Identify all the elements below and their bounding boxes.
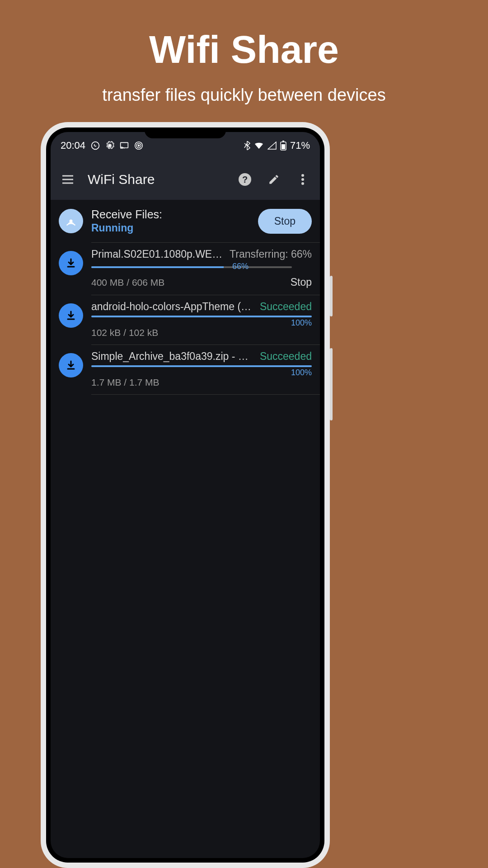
progress-bar — [91, 316, 312, 317]
app-screen: 20:04 — [51, 132, 320, 858]
progress-bar — [91, 266, 292, 268]
svg-point-17 — [70, 220, 72, 222]
phone-side-button — [330, 348, 333, 420]
promo-subtitle: transfer files quickly between devices — [0, 85, 488, 105]
wifi-icon — [254, 142, 264, 150]
svg-point-0 — [92, 142, 99, 150]
download-icon — [59, 251, 83, 275]
download-icon — [59, 303, 83, 328]
whatsapp-icon — [91, 141, 100, 150]
progress-percent: 100% — [291, 368, 312, 377]
svg-point-3 — [138, 145, 139, 146]
transfer-status: Succeeded — [260, 350, 312, 363]
phone-side-button — [330, 276, 333, 316]
signal-icon — [267, 142, 277, 150]
edit-icon[interactable] — [265, 170, 283, 189]
transfer-size: 400 MB / 606 MB — [91, 277, 164, 288]
promo-title: Wifi Share — [0, 27, 488, 72]
bluetooth-icon — [244, 141, 250, 150]
svg-point-16 — [301, 182, 304, 185]
transfer-item[interactable]: Simple_Archive_ba3f0a39.zip - Samsu… Suc… — [51, 345, 320, 394]
status-battery-pct: 71% — [290, 140, 310, 151]
svg-rect-7 — [282, 144, 285, 149]
svg-point-14 — [301, 174, 304, 177]
svg-rect-8 — [282, 141, 284, 142]
stop-button[interactable]: Stop — [258, 209, 312, 234]
progress-percent: 66% — [232, 262, 249, 271]
app-title: WiFi Share — [88, 172, 225, 187]
phone-frame: 20:04 — [41, 122, 330, 868]
receive-label: Receive Files: — [91, 208, 250, 221]
app-bar: WiFi Share ? — [51, 159, 320, 200]
phone-notch — [145, 127, 226, 138]
transfer-filename: Primal.S02E01.1080p.WEBRip.x… — [91, 248, 225, 260]
gear-icon — [105, 141, 114, 150]
svg-point-1 — [109, 145, 111, 147]
receive-files-row: Receive Files: Running Stop — [51, 200, 320, 242]
transfer-status: Transferring: 66% — [230, 248, 312, 260]
svg-point-15 — [301, 178, 304, 181]
status-time: 20:04 — [61, 140, 85, 151]
transfer-filename: Simple_Archive_ba3f0a39.zip - Samsu… — [91, 350, 255, 363]
transfer-size: 1.7 MB / 1.7 MB — [91, 377, 160, 388]
svg-text:?: ? — [242, 175, 248, 184]
download-icon — [59, 353, 83, 377]
receive-status: Running — [91, 222, 250, 234]
hotspot-icon — [59, 209, 83, 233]
help-icon[interactable]: ? — [236, 170, 254, 189]
progress-percent: 100% — [291, 318, 312, 328]
transfer-status: Succeeded — [260, 301, 312, 313]
hotspot-icon — [134, 141, 143, 150]
transfer-item[interactable]: Primal.S02E01.1080p.WEBRip.x… Transferri… — [51, 243, 320, 295]
cast-icon — [120, 142, 129, 150]
progress-bar — [91, 365, 312, 367]
battery-icon — [280, 141, 286, 151]
menu-icon[interactable] — [59, 170, 77, 189]
transfer-filename: android-holo-colors-AppTheme (1).zip.… — [91, 301, 255, 313]
transfer-size: 102 kB / 102 kB — [91, 327, 158, 338]
transfer-stop-link[interactable]: Stop — [291, 276, 312, 288]
more-icon[interactable] — [294, 170, 312, 189]
transfer-item[interactable]: android-holo-colors-AppTheme (1).zip.… S… — [51, 295, 320, 344]
